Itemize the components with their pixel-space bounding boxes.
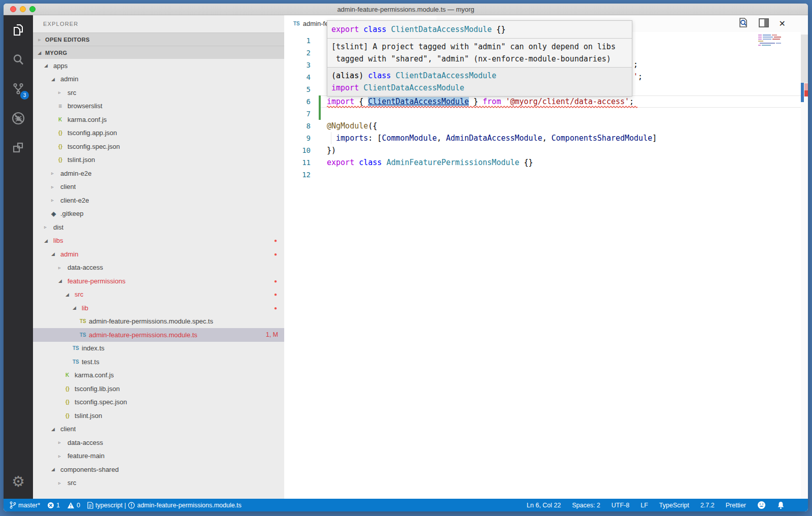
search-icon[interactable] (4, 45, 33, 74)
scrollbar[interactable] (801, 15, 808, 499)
code-line-11[interactable]: 11export class AdminFeaturePermissionsMo… (284, 156, 808, 169)
tree-item-label: browserslist (67, 102, 103, 110)
open-changes-icon[interactable] (738, 17, 749, 30)
close-editor-icon[interactable]: ✕ (779, 19, 786, 28)
tree-item[interactable]: ▹client-e2e (33, 194, 284, 207)
git-branch-status[interactable]: master* (10, 501, 40, 509)
eol-sequence[interactable]: LF (640, 502, 648, 509)
vscode-window: admin-feature-permissions.module.ts — my… (4, 4, 808, 511)
encoding[interactable]: UTF-8 (612, 502, 629, 509)
debug-icon[interactable] (4, 104, 33, 133)
scrollbar-slider[interactable] (801, 35, 808, 83)
tree-item-label: data-access (67, 264, 103, 271)
tree-item[interactable]: ◢src● (33, 288, 284, 302)
folder-collapsed-icon: ▹ (58, 90, 67, 95)
tree-item-label: data-access (67, 439, 103, 446)
tree-item[interactable]: ▹feature-main (33, 449, 284, 463)
json-file-icon: {} (58, 144, 67, 149)
formatter[interactable]: Prettier (726, 502, 746, 509)
code-line-8[interactable]: 8@NgModule({ (284, 120, 808, 132)
extensions-icon[interactable] (4, 133, 33, 163)
tree-item[interactable]: ◢feature-permissions● (33, 274, 284, 288)
hover-lint-message: [tslint] A project tagged with "admin" c… (327, 38, 632, 67)
linter-status[interactable]: typescript | admin-feature-permissions.m… (87, 502, 242, 509)
code-line-7[interactable]: 7 (284, 108, 808, 120)
info-circle-icon (128, 502, 135, 509)
tree-item[interactable]: ◢admin● (33, 247, 284, 261)
minimap[interactable] (758, 35, 784, 49)
file-tree: ◢apps◢admin▹src≡browserslistKkarma.conf.… (33, 59, 284, 490)
code-line-10[interactable]: 10}) (284, 144, 808, 156)
git-file-icon: ◈ (51, 210, 60, 217)
code-line-9[interactable]: 9 imports: [CommonModule, AdminDataAcces… (284, 132, 808, 144)
folder-expanded-icon: ◢ (73, 305, 82, 310)
line-number: 2 (284, 49, 311, 57)
open-editors-header[interactable]: ▹ OPEN EDITORS (33, 33, 284, 46)
tree-item[interactable]: {}tslint.json (33, 409, 284, 423)
tree-item-label: tsconfig.spec.json (67, 143, 120, 150)
split-editor-icon[interactable] (759, 18, 769, 29)
tree-item[interactable]: {}tslint.json (33, 153, 284, 167)
tree-item[interactable]: TSadmin-feature-permissions.module.spec.… (33, 315, 284, 329)
tree-item-label: feature-main (67, 452, 105, 460)
warning-count[interactable]: 0 (67, 502, 80, 509)
line-number: 6 (284, 98, 311, 106)
git-modified-gutter (319, 95, 321, 120)
tree-item[interactable]: {}tsconfig.lib.json (33, 382, 284, 396)
tree-item[interactable]: {}tsconfig.spec.json (33, 140, 284, 153)
tree-item[interactable]: Kkarma.conf.js (33, 113, 284, 126)
typescript-file-icon: TS (293, 21, 300, 26)
list-file-icon: ≡ (58, 103, 67, 110)
error-dot-badge: ● (274, 238, 277, 243)
ts-spec-file-icon: TS (80, 318, 89, 324)
editor-group: TS admin-feature-permissions.module.ts (284, 15, 808, 499)
folder-expanded-icon: ◢ (51, 77, 60, 82)
cursor-position[interactable]: Ln 6, Col 22 (527, 502, 561, 509)
tree-item[interactable]: ◢libs● (33, 234, 284, 248)
tree-item[interactable]: TSadmin-feature-permissions.module.ts1, … (33, 328, 284, 342)
karma-file-icon: K (65, 372, 75, 378)
tree-item[interactable]: ▹src (33, 476, 284, 490)
tree-item[interactable]: ▹src (33, 86, 284, 100)
tree-item[interactable]: ≡browserslist (33, 100, 284, 113)
tree-item[interactable]: TSindex.ts (33, 342, 284, 356)
feedback-smiley-icon[interactable] (757, 501, 766, 509)
tree-item-label: src (67, 89, 76, 96)
tree-item[interactable]: ◢client (33, 423, 284, 436)
minimize-window-button[interactable] (20, 6, 26, 12)
tree-item[interactable]: ◢components-shared (33, 463, 284, 476)
tree-item[interactable]: ▹data-access (33, 261, 284, 275)
explorer-icon[interactable] (4, 15, 33, 45)
folder-expanded-icon: ◢ (58, 278, 67, 283)
source-control-icon[interactable]: 3 (4, 74, 33, 104)
tree-item[interactable]: ▹admin-e2e (33, 167, 284, 180)
root-folder-header[interactable]: ◢ MYORG (33, 46, 284, 59)
settings-gear-icon[interactable]: ⚙ (4, 470, 33, 493)
tree-item-label: tsconfig.lib.json (75, 385, 120, 393)
tree-item-label: admin-feature-permissions.module.spec.ts (89, 317, 213, 325)
tree-item[interactable]: ▹data-access (33, 436, 284, 449)
ts-version[interactable]: 2.7.2 (700, 502, 715, 509)
status-bar-right: Ln 6, Col 22 Spaces: 2 UTF-8 LF TypeScri… (527, 501, 802, 509)
notifications-bell-icon[interactable] (777, 501, 785, 509)
indentation[interactable]: Spaces: 2 (572, 502, 600, 509)
code-line-12[interactable]: 12 (284, 169, 808, 181)
error-count[interactable]: 1 (47, 502, 60, 509)
close-window-button[interactable] (10, 6, 16, 12)
zoom-window-button[interactable] (29, 6, 36, 12)
window-title: admin-feature-permissions.module.ts — my… (337, 6, 474, 13)
language-mode[interactable]: TypeScript (659, 502, 689, 509)
tree-item[interactable]: ▹client (33, 180, 284, 194)
tree-item[interactable]: ◢admin (33, 73, 284, 86)
tree-item-label: tsconfig.spec.json (75, 398, 127, 406)
tree-item[interactable]: {}tsconfig.spec.json (33, 396, 284, 409)
tree-item[interactable]: TStest.ts (33, 355, 284, 369)
tree-item[interactable]: Kkarma.conf.js (33, 369, 284, 382)
overview-warning-mark (804, 83, 808, 90)
tree-item[interactable]: ◢apps (33, 59, 284, 73)
tree-item[interactable]: ◢lib● (33, 301, 284, 315)
tree-item[interactable]: {}tsconfig.app.json (33, 126, 284, 140)
tree-item[interactable]: ▹dist (33, 220, 284, 234)
tree-item[interactable]: ◈.gitkeep (33, 207, 284, 221)
activity-bar: 3 ⚙ (4, 15, 33, 499)
